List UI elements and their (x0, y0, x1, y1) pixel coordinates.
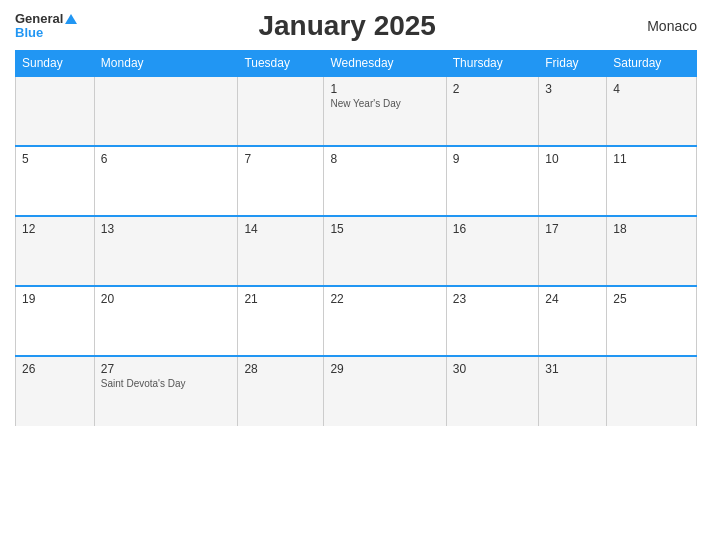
day-number: 14 (244, 222, 317, 236)
weekday-thursday: Thursday (446, 51, 539, 77)
calendar-header-row: SundayMondayTuesdayWednesdayThursdayFrid… (16, 51, 697, 77)
calendar-header: General Blue January 2025 Monaco (15, 10, 697, 42)
logo-blue-text: Blue (15, 26, 43, 40)
calendar-cell: 16 (446, 216, 539, 286)
day-number: 9 (453, 152, 533, 166)
calendar-cell: 17 (539, 216, 607, 286)
calendar-cell: 27Saint Devota's Day (94, 356, 238, 426)
day-number: 5 (22, 152, 88, 166)
calendar-cell (94, 76, 238, 146)
logo: General Blue (15, 12, 77, 41)
day-number: 6 (101, 152, 232, 166)
calendar-title: January 2025 (77, 10, 617, 42)
weekday-wednesday: Wednesday (324, 51, 446, 77)
calendar-cell: 4 (607, 76, 697, 146)
week-row-3: 19202122232425 (16, 286, 697, 356)
calendar-cell: 28 (238, 356, 324, 426)
day-number: 12 (22, 222, 88, 236)
week-row-1: 567891011 (16, 146, 697, 216)
day-number: 3 (545, 82, 600, 96)
day-number: 19 (22, 292, 88, 306)
day-number: 25 (613, 292, 690, 306)
week-row-2: 12131415161718 (16, 216, 697, 286)
calendar-cell: 7 (238, 146, 324, 216)
holiday-label: Saint Devota's Day (101, 378, 232, 389)
day-number: 1 (330, 82, 439, 96)
day-number: 2 (453, 82, 533, 96)
weekday-header: SundayMondayTuesdayWednesdayThursdayFrid… (16, 51, 697, 77)
day-number: 15 (330, 222, 439, 236)
weekday-monday: Monday (94, 51, 238, 77)
calendar-cell: 10 (539, 146, 607, 216)
calendar-cell: 3 (539, 76, 607, 146)
day-number: 16 (453, 222, 533, 236)
calendar-cell: 26 (16, 356, 95, 426)
logo-general-text: General (15, 12, 63, 26)
day-number: 22 (330, 292, 439, 306)
day-number: 20 (101, 292, 232, 306)
calendar-cell: 12 (16, 216, 95, 286)
country-label: Monaco (617, 18, 697, 34)
calendar-cell (238, 76, 324, 146)
weekday-tuesday: Tuesday (238, 51, 324, 77)
day-number: 28 (244, 362, 317, 376)
calendar-cell: 2 (446, 76, 539, 146)
day-number: 31 (545, 362, 600, 376)
calendar-cell: 23 (446, 286, 539, 356)
calendar-cell: 1New Year's Day (324, 76, 446, 146)
calendar-cell: 5 (16, 146, 95, 216)
calendar-cell: 9 (446, 146, 539, 216)
day-number: 7 (244, 152, 317, 166)
day-number: 13 (101, 222, 232, 236)
day-number: 27 (101, 362, 232, 376)
day-number: 18 (613, 222, 690, 236)
calendar-cell: 11 (607, 146, 697, 216)
weekday-friday: Friday (539, 51, 607, 77)
calendar-cell: 20 (94, 286, 238, 356)
day-number: 29 (330, 362, 439, 376)
calendar-cell: 29 (324, 356, 446, 426)
logo-triangle-icon (65, 14, 77, 24)
week-row-4: 2627Saint Devota's Day28293031 (16, 356, 697, 426)
calendar-cell: 18 (607, 216, 697, 286)
calendar-cell: 19 (16, 286, 95, 356)
calendar-cell: 24 (539, 286, 607, 356)
day-number: 30 (453, 362, 533, 376)
day-number: 4 (613, 82, 690, 96)
calendar-cell: 15 (324, 216, 446, 286)
day-number: 17 (545, 222, 600, 236)
holiday-label: New Year's Day (330, 98, 439, 109)
calendar-cell: 6 (94, 146, 238, 216)
day-number: 24 (545, 292, 600, 306)
day-number: 23 (453, 292, 533, 306)
calendar-cell: 13 (94, 216, 238, 286)
calendar-cell: 30 (446, 356, 539, 426)
day-number: 26 (22, 362, 88, 376)
calendar-cell (607, 356, 697, 426)
week-row-0: 1New Year's Day234 (16, 76, 697, 146)
calendar-body: 1New Year's Day2345678910111213141516171… (16, 76, 697, 426)
calendar-cell: 8 (324, 146, 446, 216)
weekday-saturday: Saturday (607, 51, 697, 77)
day-number: 8 (330, 152, 439, 166)
calendar-cell: 31 (539, 356, 607, 426)
day-number: 21 (244, 292, 317, 306)
calendar-table: SundayMondayTuesdayWednesdayThursdayFrid… (15, 50, 697, 426)
calendar-cell (16, 76, 95, 146)
calendar-cell: 21 (238, 286, 324, 356)
day-number: 11 (613, 152, 690, 166)
calendar-container: General Blue January 2025 Monaco SundayM… (0, 0, 712, 550)
calendar-cell: 14 (238, 216, 324, 286)
day-number: 10 (545, 152, 600, 166)
weekday-sunday: Sunday (16, 51, 95, 77)
calendar-cell: 25 (607, 286, 697, 356)
calendar-cell: 22 (324, 286, 446, 356)
